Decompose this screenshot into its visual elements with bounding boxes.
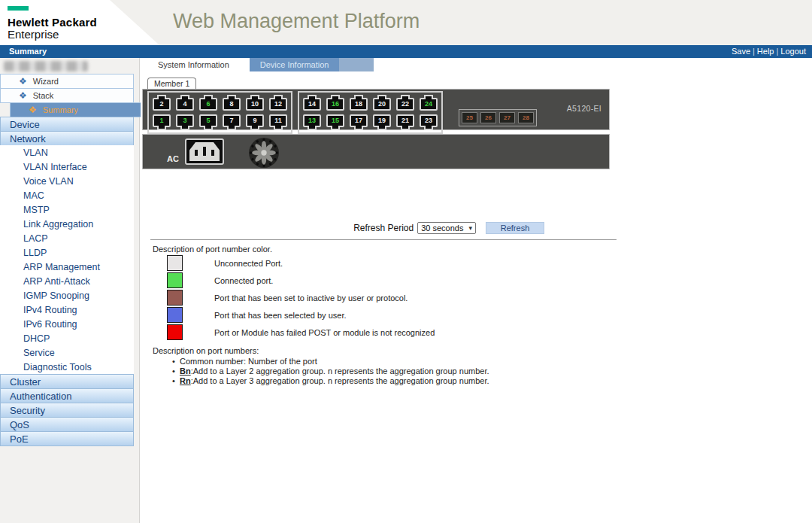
sidebar-item-summary[interactable]: ❖Summary [10, 102, 144, 117]
port-9[interactable]: 9 [246, 114, 264, 127]
sidebar-item-cluster[interactable]: Cluster [0, 374, 134, 389]
navbar-links: Save|Help|Logout [732, 45, 806, 58]
legend-item: Connected port. [153, 272, 435, 289]
tab-extension [339, 58, 374, 71]
port-18[interactable]: 18 [350, 98, 368, 111]
port-number: 19 [378, 117, 386, 124]
refresh-period-select[interactable]: 30 seconds ▾ [417, 222, 476, 234]
sidebar-item-network[interactable]: Network [0, 131, 134, 146]
switch-front-panel: 246810121357911 141618202224131517192123… [142, 89, 610, 130]
sidebar-item-mac[interactable]: MAC [0, 188, 134, 203]
logo-text-line2: Enterprise [8, 28, 59, 41]
port-12[interactable]: 12 [269, 98, 287, 111]
switch-rear-panel: AC [142, 134, 610, 169]
port-5[interactable]: 5 [199, 114, 217, 127]
diamond-icon: ❖ [29, 105, 37, 114]
sidebar-item-diagnostic-tools[interactable]: Diagnostic Tools [0, 360, 134, 375]
sidebar-item-igmp-snooping[interactable]: IGMP Snooping [0, 288, 134, 303]
sidebar-item-ipv4-routing[interactable]: IPv4 Routing [0, 303, 134, 318]
sidebar-item-lldp[interactable]: LLDP [0, 245, 134, 260]
sidebar-item-label: ARP Anti-Attack [23, 276, 90, 287]
port-number: 17 [355, 117, 362, 124]
sidebar-item-device[interactable]: Device [0, 117, 134, 132]
tab-device-information[interactable]: Device Information [250, 58, 340, 71]
sfp-port-28[interactable]: 28 [518, 112, 534, 123]
navbar-link-save[interactable]: Save [732, 47, 750, 56]
port-19[interactable]: 19 [373, 114, 391, 127]
port-15[interactable]: 15 [326, 114, 344, 127]
member-tab[interactable]: Member 1 [147, 78, 196, 89]
port-23[interactable]: 23 [420, 114, 438, 127]
sidebar-item-arp-management[interactable]: ARP Management [0, 260, 134, 275]
port-2[interactable]: 2 [153, 98, 171, 111]
ac-power-inlet-icon [185, 138, 224, 165]
port-6[interactable]: 6 [199, 98, 217, 111]
sidebar-item-label: Cluster [10, 376, 41, 388]
port-17[interactable]: 17 [350, 114, 368, 127]
sfp-port-26[interactable]: 26 [480, 112, 496, 123]
device-name-redacted [4, 61, 88, 71]
sidebar-item-ipv6-routing[interactable]: IPv6 Routing [0, 317, 134, 332]
sfp-port-group: 25262728 [459, 109, 537, 126]
port-11[interactable]: 11 [269, 114, 287, 127]
sidebar-item-authentication[interactable]: Authentication [0, 388, 134, 403]
port-4[interactable]: 4 [176, 98, 194, 111]
port-number-description-item: Rn:Add to a Layer 3 aggregation group. n… [172, 376, 489, 386]
port-14[interactable]: 14 [303, 98, 321, 111]
port-20[interactable]: 20 [373, 98, 391, 111]
sidebar-item-vlan-interface[interactable]: VLAN Interface [0, 160, 134, 175]
port-1[interactable]: 1 [153, 114, 171, 127]
port-21[interactable]: 21 [396, 114, 414, 127]
sidebar-item-security[interactable]: Security [0, 403, 134, 418]
sidebar-item-qos[interactable]: QoS [0, 417, 134, 432]
port-number-description-item: Bn:Add to a Layer 2 aggregation group. n… [172, 366, 489, 376]
navbar-section-label: Summary [9, 45, 47, 58]
port-7[interactable]: 7 [223, 114, 241, 127]
navbar: Summary Save|Help|Logout [0, 45, 812, 58]
refresh-button[interactable]: Refresh [486, 222, 544, 234]
sidebar-item-vlan[interactable]: VLAN [0, 145, 134, 160]
port-number: 10 [251, 101, 259, 108]
device-model-label: A5120-EI [567, 104, 601, 113]
navbar-link-separator: | [776, 47, 778, 56]
sidebar-item-wizard[interactable]: ❖Wizard [0, 74, 134, 89]
port-10[interactable]: 10 [246, 98, 264, 111]
port-16[interactable]: 16 [326, 98, 344, 111]
navbar-link-logout[interactable]: Logout [780, 47, 806, 56]
sidebar-item-link-aggregation[interactable]: Link Aggregation [0, 217, 134, 232]
refresh-controls: Refresh Period 30 seconds ▾ Refresh [141, 220, 544, 236]
sidebar-item-lacp[interactable]: LACP [0, 231, 134, 246]
port-number: 6 [206, 101, 210, 108]
legend-color-swatch [167, 255, 183, 271]
sfp-port-25[interactable]: 25 [462, 112, 477, 123]
sidebar-item-voice-vlan[interactable]: Voice VLAN [0, 174, 134, 189]
port-24[interactable]: 24 [420, 98, 438, 111]
port-13[interactable]: 13 [303, 114, 321, 127]
refresh-period-label: Refresh Period [353, 223, 414, 233]
sidebar-item-service[interactable]: Service [0, 345, 134, 360]
sidebar-item-label: Wizard [33, 74, 59, 88]
navbar-link-help[interactable]: Help [757, 47, 774, 56]
sidebar-item-label: Network [10, 133, 46, 144]
sidebar-item-mstp[interactable]: MSTP [0, 202, 134, 217]
sidebar-item-arp-anti-attack[interactable]: ARP Anti-Attack [0, 274, 134, 289]
port-22[interactable]: 22 [396, 98, 414, 111]
header: Hewlett Packard Enterprise Web Managemen… [0, 0, 812, 45]
port-8[interactable]: 8 [223, 98, 241, 111]
sidebar-item-stack[interactable]: ❖Stack [0, 88, 134, 103]
sidebar-item-label: VLAN Interface [23, 162, 87, 172]
port-color-legend: Description of port number color. Unconn… [153, 245, 435, 341]
sfp-port-27[interactable]: 27 [499, 112, 515, 123]
sidebar-item-poe[interactable]: PoE [0, 431, 134, 446]
sidebar-item-dhcp[interactable]: DHCP [0, 331, 134, 346]
hpe-logo: Hewlett Packard Enterprise [0, 0, 159, 45]
port-number: 21 [401, 117, 409, 124]
bullet-prefix: Rn [180, 376, 191, 385]
port-3[interactable]: 3 [176, 114, 194, 127]
legend-color-swatch [167, 307, 183, 323]
chevron-down-icon: ▾ [468, 224, 472, 232]
logo-text-line1: Hewlett Packard [8, 16, 97, 29]
sidebar-item-label: Diagnostic Tools [23, 362, 92, 372]
port-number: 7 [229, 117, 233, 124]
tab-system-information[interactable]: System Information [147, 58, 240, 71]
